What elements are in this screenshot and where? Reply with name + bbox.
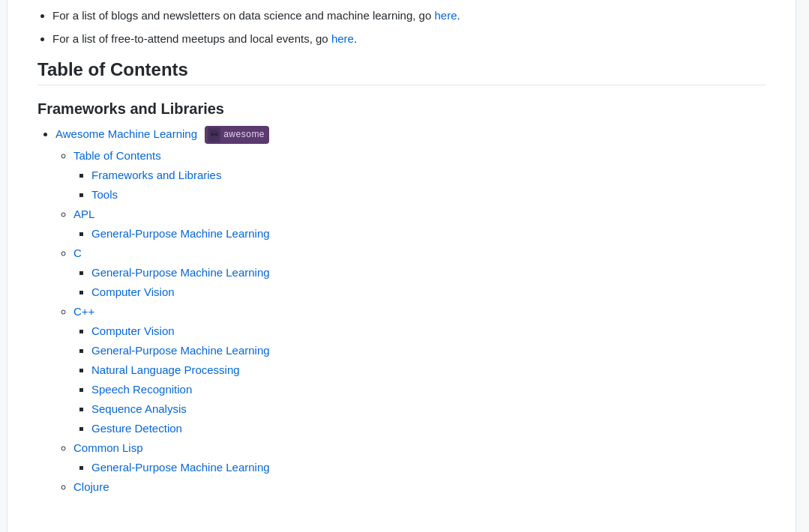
link-awesome-ml[interactable]: Awesome Machine Learning [55, 127, 197, 140]
link-cpp-nlp[interactable]: Natural Language Processing [91, 363, 240, 376]
intro-bullets: For a list of blogs and newsletters on d… [37, 7, 766, 47]
intro-bullet-2: For a list of free-to-attend meetups and… [52, 31, 766, 48]
link-common-lisp[interactable]: Common Lisp [73, 441, 143, 454]
frameworks-heading: Frameworks and Libraries [37, 100, 766, 118]
list-item-apl-gpml: General-Purpose Machine Learning [91, 225, 766, 243]
list-item-frameworks-libraries: Frameworks and Libraries [91, 166, 766, 184]
list-item-toc: Table of Contents Frameworks and Librari… [73, 147, 766, 204]
list-item-tools: Tools [91, 186, 766, 204]
list-item-cpp-gd: Gesture Detection [91, 420, 766, 438]
list-item-cpp-cv: Computer Vision [91, 322, 766, 340]
intro-bullet-2-link[interactable]: here [331, 32, 354, 45]
toc-level3-c: General-Purpose Machine Learning Compute… [73, 264, 766, 301]
link-cpp-gpml[interactable]: General-Purpose Machine Learning [91, 344, 270, 357]
link-cpp-sr[interactable]: Speech Recognition [91, 383, 192, 396]
link-cpp-gd[interactable]: Gesture Detection [91, 422, 182, 435]
intro-bullet-1-text: For a list of blogs and newsletters on d… [52, 9, 434, 22]
toc-level3-cpp: Computer Vision General-Purpose Machine … [73, 322, 766, 438]
link-frameworks-libraries[interactable]: Frameworks and Libraries [91, 169, 221, 181]
list-item-common-lisp-gpml: General-Purpose Machine Learning [91, 459, 766, 477]
list-item-cpp-nlp: Natural Language Processing [91, 361, 766, 379]
badge-glasses-icon [208, 127, 220, 142]
list-item-clojure: Clojure [73, 478, 766, 496]
link-c[interactable]: C [73, 247, 82, 259]
intro-bullet-1: For a list of blogs and newsletters on d… [52, 7, 766, 25]
toc-list: Awesome Machine Learning awesome Table o… [37, 125, 766, 496]
intro-bullet-1-link[interactable]: here [434, 9, 457, 22]
list-item-cpp-sr: Speech Recognition [91, 381, 766, 399]
list-item-common-lisp: Common Lisp General-Purpose Machine Lear… [73, 439, 766, 477]
list-item-cpp: C++ Computer Vision General-Purpose Mach… [73, 303, 766, 438]
main-content: For a list of blogs and newsletters on d… [7, 0, 796, 532]
link-apl[interactable]: APL [73, 208, 94, 220]
link-toc[interactable]: Table of Contents [73, 149, 161, 162]
link-c-cv[interactable]: Computer Vision [91, 285, 175, 298]
intro-bullet-2-text: For a list of free-to-attend meetups and… [52, 32, 331, 45]
toc-heading: Table of Contents [37, 59, 766, 85]
right-sidebar [796, 0, 809, 532]
list-item-cpp-sa: Sequence Analysis [91, 400, 766, 418]
list-item-cpp-gpml: General-Purpose Machine Learning [91, 342, 766, 360]
list-item-c-gpml: General-Purpose Machine Learning [91, 264, 766, 282]
link-cpp-sa[interactable]: Sequence Analysis [91, 402, 187, 415]
toc-level2-awesome: Table of Contents Frameworks and Librari… [55, 147, 766, 496]
list-item-awesome-ml: Awesome Machine Learning awesome Table o… [55, 125, 766, 496]
toc-level3-common-lisp: General-Purpose Machine Learning [73, 459, 766, 477]
link-cpp[interactable]: C++ [73, 305, 94, 318]
link-tools[interactable]: Tools [91, 188, 118, 201]
list-item-c-cv: Computer Vision [91, 283, 766, 301]
list-item-c: C General-Purpose Machine Learning Compu… [73, 244, 766, 301]
toc-level3-toc: Frameworks and Libraries Tools [73, 166, 766, 204]
link-clojure[interactable]: Clojure [73, 480, 109, 493]
left-sidebar [0, 0, 7, 532]
toc-level3-apl: General-Purpose Machine Learning [73, 225, 766, 243]
link-common-lisp-gpml[interactable]: General-Purpose Machine Learning [91, 461, 270, 474]
badge-awesome-text: awesome [223, 127, 265, 142]
page-container: For a list of blogs and newsletters on d… [0, 0, 809, 532]
link-cpp-cv[interactable]: Computer Vision [91, 324, 175, 337]
awesome-badge: awesome [205, 126, 269, 144]
link-apl-gpml[interactable]: General-Purpose Machine Learning [91, 227, 270, 240]
list-item-apl: APL General-Purpose Machine Learning [73, 205, 766, 243]
link-c-gpml[interactable]: General-Purpose Machine Learning [91, 266, 270, 279]
